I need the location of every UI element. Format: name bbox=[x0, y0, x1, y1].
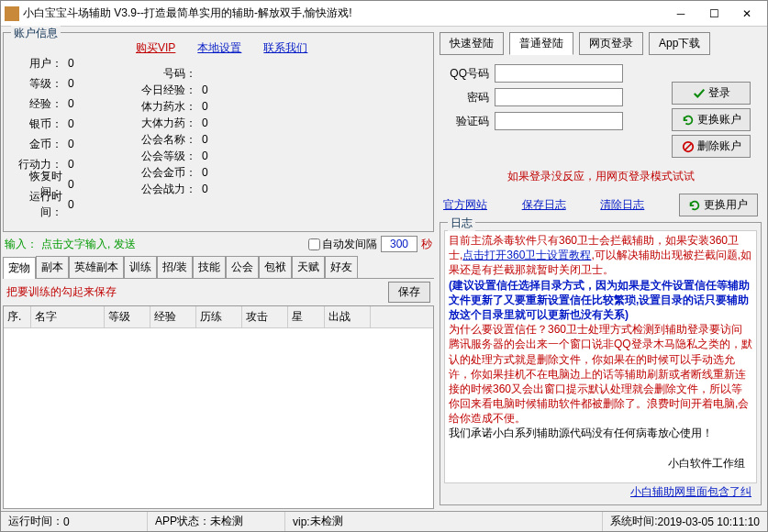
tab-5[interactable]: 技能 bbox=[193, 256, 226, 278]
acct-row: 银币：0 bbox=[11, 116, 130, 132]
password-input[interactable] bbox=[495, 88, 623, 106]
acct-row: 等级：0 bbox=[11, 75, 130, 92]
password-label: 密码 bbox=[443, 90, 495, 105]
acct-row: 号码： bbox=[130, 65, 426, 82]
account-group: 账户信息 用户：0等级：0经验：0银币：0金币：0行动力：0恢复时间：0运行时间… bbox=[3, 32, 434, 232]
tab-8[interactable]: 天赋 bbox=[292, 256, 325, 278]
qq-input[interactable] bbox=[495, 64, 623, 83]
interval-unit: 秒 bbox=[421, 237, 432, 252]
switch-user-button[interactable]: 更换用户 bbox=[679, 194, 758, 216]
login-button[interactable]: 登录 bbox=[672, 82, 751, 105]
rtab-1[interactable]: 普通登陆 bbox=[509, 32, 573, 55]
save-log-link[interactable]: 保存日志 bbox=[522, 197, 566, 213]
interval-input[interactable] bbox=[381, 236, 417, 252]
window-title: 小白宝宝斗场辅助 V3.9--打造最简单实用的辅助-解放双手,愉快游戏! bbox=[23, 6, 664, 21]
save-button[interactable]: 保存 bbox=[388, 282, 430, 303]
captcha-label: 验证码 bbox=[443, 114, 495, 129]
acct-row: 大体力药：0 bbox=[130, 115, 426, 131]
acct-row: 体力药水：0 bbox=[130, 98, 426, 115]
acct-row: 运行时间：0 bbox=[11, 196, 130, 213]
tab-4[interactable]: 招/装 bbox=[157, 256, 193, 278]
refresh-icon bbox=[682, 114, 695, 127]
tab-0[interactable]: 宠物 bbox=[3, 257, 36, 279]
status-vip: 未检测 bbox=[310, 514, 343, 529]
tab-7[interactable]: 包袱 bbox=[259, 256, 292, 278]
right-tabs: 快速登陆普通登陆网页登录App下载 bbox=[436, 28, 765, 59]
switch-account-button[interactable]: 更换账户 bbox=[672, 108, 751, 131]
forbidden-icon bbox=[682, 140, 695, 153]
log-signature: 小白软件工作组 bbox=[449, 456, 752, 471]
check-icon bbox=[693, 87, 706, 100]
refresh-icon bbox=[688, 199, 701, 212]
titlebar: 小白宝宝斗场辅助 V3.9--打造最简单实用的辅助-解放双手,愉快游戏! ─ ☐… bbox=[1, 1, 767, 27]
th-5[interactable]: 攻击 bbox=[242, 306, 288, 327]
acct-row: 今日经验：0 bbox=[130, 82, 426, 98]
input-bar: 输入： 点击文字输入, 发送 自动发间隔 秒 bbox=[3, 232, 434, 256]
input-hint[interactable]: 点击文字输入, 发送 bbox=[41, 237, 305, 252]
th-6[interactable]: 星 bbox=[288, 306, 325, 327]
th-3[interactable]: 经验 bbox=[150, 306, 196, 327]
left-tabs: 宠物副本英雄副本训练招/装技能公会包袱天赋好友 bbox=[3, 256, 434, 279]
tab-3[interactable]: 训练 bbox=[124, 256, 157, 278]
status-app: 未检测 bbox=[210, 514, 243, 529]
status-systime: 2019-03-05 10:11:10 bbox=[658, 515, 760, 528]
statusbar: 运行时间： 0 APP状态： 未检测 vip: 未检测 系统时间: 2019-0… bbox=[1, 511, 767, 531]
bottom-link[interactable]: 小白辅助网里面包含了纠 bbox=[444, 483, 757, 501]
th-2[interactable]: 等级 bbox=[105, 306, 150, 327]
svg-line-1 bbox=[685, 143, 691, 150]
acct-row: 公会等级：0 bbox=[130, 148, 426, 164]
auto-interval-check[interactable]: 自动发间隔 bbox=[308, 237, 377, 252]
acct-row: 公会战力：0 bbox=[130, 181, 426, 197]
acct-row: 公会名称：0 bbox=[130, 131, 426, 148]
rtab-0[interactable]: 快速登陆 bbox=[440, 32, 504, 55]
rtab-3[interactable]: App下载 bbox=[649, 32, 710, 55]
maximize-button[interactable]: ☐ bbox=[697, 4, 730, 24]
contact-us-link[interactable]: 联系我们 bbox=[263, 40, 307, 56]
tab-2[interactable]: 英雄副本 bbox=[69, 256, 124, 278]
local-settings-link[interactable]: 本地设置 bbox=[197, 40, 241, 56]
log-group: 日志 目前主流杀毒软件只有360卫士会拦截辅助，如果安装360卫士,点击打开36… bbox=[440, 222, 762, 505]
rtab-2[interactable]: 网页登录 bbox=[579, 32, 643, 55]
pet-table: 序.名字等级经验历练攻击星出战 bbox=[3, 305, 434, 509]
save-row: 把要训练的勾起来保存 保存 bbox=[3, 279, 434, 305]
status-runtime: 0 bbox=[63, 515, 70, 528]
tab-9[interactable]: 好友 bbox=[325, 256, 358, 278]
table-header: 序.名字等级经验历练攻击星出战 bbox=[4, 306, 433, 328]
tab-1[interactable]: 副本 bbox=[36, 256, 69, 278]
log-text[interactable]: 目前主流杀毒软件只有360卫士会拦截辅助，如果安装360卫士,点击打开360卫士… bbox=[444, 230, 757, 483]
close-button[interactable]: ✕ bbox=[730, 4, 763, 24]
acct-row: 用户：0 bbox=[11, 55, 130, 72]
acct-row: 金币：0 bbox=[11, 136, 130, 152]
delete-account-button[interactable]: 删除账户 bbox=[672, 135, 751, 158]
th-1[interactable]: 名字 bbox=[31, 306, 105, 327]
app-icon bbox=[5, 6, 19, 21]
qq-label: QQ号码 bbox=[443, 66, 495, 82]
th-0[interactable]: 序. bbox=[4, 306, 31, 327]
auto-interval-checkbox[interactable] bbox=[308, 238, 320, 250]
minimize-button[interactable]: ─ bbox=[664, 4, 697, 24]
acct-row: 公会金币：0 bbox=[130, 164, 426, 181]
input-prefix: 输入： bbox=[5, 237, 38, 252]
acct-row: 经验：0 bbox=[11, 95, 130, 112]
log-title: 日志 bbox=[448, 216, 475, 231]
th-7[interactable]: 出战 bbox=[325, 306, 371, 327]
clear-log-link[interactable]: 清除日志 bbox=[600, 197, 644, 213]
th-4[interactable]: 历练 bbox=[196, 306, 242, 327]
tutorial-link[interactable]: 点击打开360卫士设置教程 bbox=[462, 249, 591, 261]
tab-6[interactable]: 公会 bbox=[226, 256, 259, 278]
login-warning: 如果登录没反应，用网页登录模式试试 bbox=[436, 163, 765, 190]
account-title: 账户信息 bbox=[11, 26, 61, 41]
official-site-link[interactable]: 官方网站 bbox=[443, 197, 487, 213]
buy-vip-link[interactable]: 购买VIP bbox=[136, 40, 175, 56]
save-hint: 把要训练的勾起来保存 bbox=[6, 284, 388, 300]
captcha-input[interactable] bbox=[495, 112, 623, 130]
